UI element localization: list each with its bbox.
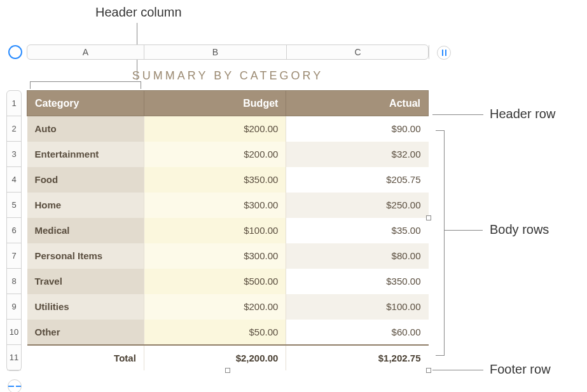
header-actual[interactable]: Actual [286, 91, 429, 116]
budget-cell[interactable]: $500.00 [144, 269, 286, 294]
callout-bracket [436, 130, 445, 356]
column-header-bar[interactable]: A B C [27, 44, 429, 60]
budget-cell[interactable]: $200.00 [144, 142, 286, 167]
header-category[interactable]: Category [27, 91, 144, 116]
add-column-button[interactable] [437, 46, 451, 60]
select-all-button[interactable] [8, 45, 22, 59]
row-header-8[interactable]: 8 [7, 269, 21, 294]
actual-cell[interactable]: $32.00 [286, 142, 429, 167]
table-body: Auto$200.00$90.00Entertainment$200.00$32… [27, 116, 429, 345]
row-header-2[interactable]: 2 [7, 116, 21, 142]
budget-table-container: SUMMARY BY CATEGORY Category Budget Actu… [27, 66, 429, 370]
table-row[interactable]: Personal Items$300.00$80.00 [27, 243, 429, 269]
table-header-row[interactable]: Category Budget Actual [27, 91, 429, 116]
selection-handle[interactable] [426, 215, 431, 220]
column-header-c[interactable]: C [287, 45, 429, 59]
actual-cell[interactable]: $250.00 [286, 193, 429, 218]
category-cell[interactable]: Entertainment [27, 142, 144, 167]
actual-cell[interactable]: $100.00 [286, 294, 429, 320]
footer-actual[interactable]: $1,202.75 [286, 345, 429, 370]
footer-label[interactable]: Total [27, 345, 144, 370]
table-title: SUMMARY BY CATEGORY [27, 66, 429, 90]
actual-cell[interactable]: $90.00 [286, 116, 429, 142]
row-header-3[interactable]: 3 [7, 142, 21, 167]
table-row[interactable]: Utilities$200.00$100.00 [27, 294, 429, 320]
budget-cell[interactable]: $100.00 [144, 218, 286, 243]
add-row-button[interactable] [8, 379, 22, 392]
budget-cell[interactable]: $200.00 [144, 294, 286, 320]
category-cell[interactable]: Food [27, 167, 144, 193]
callout-header-column: Header column [95, 5, 182, 20]
category-cell[interactable]: Home [27, 193, 144, 218]
table-row[interactable]: Entertainment$200.00$32.00 [27, 142, 429, 167]
callout-line [432, 370, 483, 370]
actual-cell[interactable]: $35.00 [286, 218, 429, 243]
table-row[interactable]: Medical$100.00$35.00 [27, 218, 429, 243]
column-header-a[interactable]: A [27, 45, 144, 59]
category-cell[interactable]: Travel [27, 269, 144, 294]
callout-line [445, 230, 483, 231]
row-header-10[interactable]: 10 [7, 320, 21, 345]
row-header-11[interactable]: 11 [7, 345, 21, 370]
row-header-1[interactable]: 1 [7, 91, 21, 116]
table-row[interactable]: Home$300.00$250.00 [27, 193, 429, 218]
row-header-bar[interactable]: 1 2 3 4 5 6 7 8 9 10 11 [6, 90, 22, 371]
table-footer-row[interactable]: Total $2,200.00 $1,202.75 [27, 345, 429, 370]
header-budget[interactable]: Budget [144, 91, 286, 116]
table-row[interactable]: Travel$500.00$350.00 [27, 269, 429, 294]
selection-handle[interactable] [225, 368, 230, 373]
column-header-b[interactable]: B [144, 45, 287, 59]
category-cell[interactable]: Personal Items [27, 243, 144, 269]
actual-cell[interactable]: $350.00 [286, 269, 429, 294]
callout-body-rows: Body rows [490, 222, 549, 237]
actual-cell[interactable]: $205.75 [286, 167, 429, 193]
budget-cell[interactable]: $300.00 [144, 193, 286, 218]
callout-header-row: Header row [490, 107, 555, 121]
category-cell[interactable]: Other [27, 320, 144, 345]
footer-budget[interactable]: $2,200.00 [144, 345, 286, 370]
category-cell[interactable]: Auto [27, 116, 144, 142]
budget-cell[interactable]: $50.00 [144, 320, 286, 345]
budget-table[interactable]: Category Budget Actual Auto$200.00$90.00… [27, 90, 429, 370]
row-header-5[interactable]: 5 [7, 193, 21, 218]
category-cell[interactable]: Utilities [27, 294, 144, 320]
row-header-7[interactable]: 7 [7, 243, 21, 269]
table-row[interactable]: Food$350.00$205.75 [27, 167, 429, 193]
actual-cell[interactable]: $80.00 [286, 243, 429, 269]
actual-cell[interactable]: $60.00 [286, 320, 429, 345]
callout-line [432, 114, 483, 115]
callout-footer-row: Footer row [490, 362, 551, 377]
budget-cell[interactable]: $300.00 [144, 243, 286, 269]
budget-cell[interactable]: $200.00 [144, 116, 286, 142]
budget-cell[interactable]: $350.00 [144, 167, 286, 193]
spreadsheet-area: A B C 1 2 3 4 5 6 7 8 9 10 11 SUMMARY BY… [6, 44, 439, 60]
table-row[interactable]: Other$50.00$60.00 [27, 320, 429, 345]
table-row[interactable]: Auto$200.00$90.00 [27, 116, 429, 142]
row-header-4[interactable]: 4 [7, 167, 21, 193]
row-header-6[interactable]: 6 [7, 218, 21, 243]
selection-handle[interactable] [426, 368, 431, 373]
category-cell[interactable]: Medical [27, 218, 144, 243]
row-header-9[interactable]: 9 [7, 294, 21, 320]
